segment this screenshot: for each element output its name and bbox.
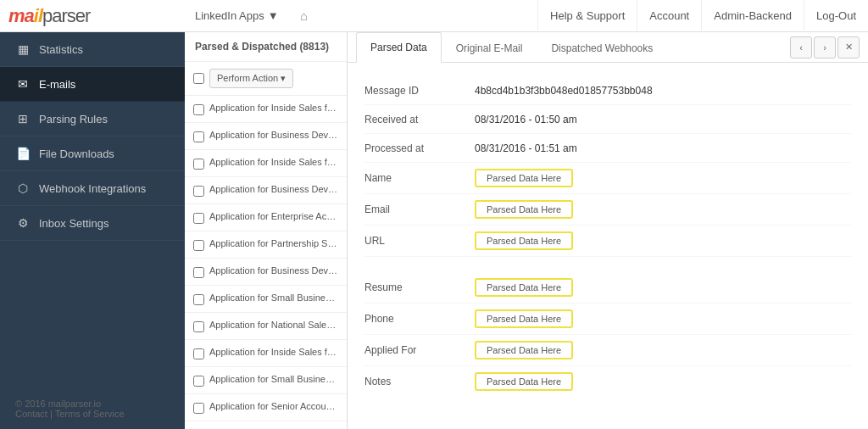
detail-row: EmailParsed Data Here [364,194,851,226]
email-item-text: Application for Business Deve… [209,265,338,276]
email-checkbox[interactable] [193,240,204,251]
parsed-data-badge: Parsed Data Here [475,200,573,219]
logo-parser: parser [42,5,90,27]
logo-mail: mail [8,5,42,27]
copyright-text: © 2016 mailparser.io [15,398,170,409]
sidebar-item-webhook-integrations[interactable]: ⬡ Webhook Integrations [0,171,185,206]
parsing-rules-icon: ⊞ [15,112,31,125]
detail-field-label: URL [364,235,475,247]
detail-content: Message ID4b8cd4b1b3f3bb048ed01857753bb0… [348,63,868,429]
list-item[interactable]: Application for Inside Sales fro… [185,150,347,177]
detail-row: NotesParsed Data Here [364,366,851,397]
help-support-link[interactable]: Help & Support [537,0,637,32]
email-checkbox[interactable] [193,213,204,224]
email-list-header: Parsed & Dispatched (8813) [185,32,347,62]
email-checkbox[interactable] [193,186,204,197]
linkedin-apps-label: LinkedIn Apps [195,9,264,22]
list-item[interactable]: Application for Inside Sales fro… [185,96,347,123]
contact-link[interactable]: Contact [15,409,47,419]
email-item-text: Application for National Sales … [209,320,338,330]
close-button[interactable]: ✕ [837,36,860,58]
list-item[interactable]: Application for Business Deve… [185,123,347,150]
sidebar-item-statistics[interactable]: ▦ Statistics [0,32,185,67]
detail-field-label: Name [364,172,475,184]
detail-field-label: Phone [364,313,475,325]
detail-field-label: Applied For [364,344,475,356]
email-checkbox[interactable] [193,403,204,414]
sidebar-item-file-downloads[interactable]: 📄 File Downloads [0,136,185,171]
detail-spacer [364,257,851,272]
top-nav: mailparser LinkedIn Apps ▼ ⌂ Help & Supp… [0,0,868,32]
parsed-data-badge: Parsed Data Here [475,309,573,328]
parsed-data-badge: Parsed Data Here [475,231,573,250]
detail-field-value: Parsed Data Here [475,372,573,391]
sidebar-item-parsing-rules-label: Parsing Rules [39,113,108,125]
email-checkbox[interactable] [193,159,204,170]
detail-field-value: Parsed Data Here [475,278,573,297]
list-item[interactable]: Application for Small Business… [185,367,347,394]
email-item-text: Application for Inside Sales fro… [209,157,338,167]
email-list-items: Application for Inside Sales fro…Applica… [185,96,347,429]
email-item-text: Application for Inside Sales fro… [209,347,338,357]
tab-dispatched-webhooks[interactable]: Dispatched Webhooks [537,33,667,63]
account-link[interactable]: Account [637,0,701,32]
sidebar-item-file-downloads-label: File Downloads [39,148,114,160]
list-item[interactable]: Application for National Sales … [185,313,347,340]
terms-link[interactable]: Terms of Service [55,409,125,419]
main-layout: ▦ Statistics ✉ E-mails ⊞ Parsing Rules 📄… [0,32,868,429]
email-checkbox[interactable] [193,104,204,115]
list-item[interactable]: Application for Business Deve… [185,177,347,204]
email-checkbox[interactable] [193,131,204,142]
perform-action-button[interactable]: Perform Action ▾ [209,69,293,88]
list-item[interactable]: Application for Business Deve… [185,259,347,286]
detail-row: Received at08/31/2016 - 01:50 am [364,105,851,134]
detail-row: Processed at08/31/2016 - 01:51 am [364,134,851,163]
email-checkbox[interactable] [193,376,204,387]
settings-icon: ⚙ [15,216,31,230]
list-item[interactable]: Application for Inside Sales fro… [185,340,347,367]
content-area: Parsed & Dispatched (8813) Perform Actio… [185,32,868,429]
detail-tabs: Parsed Data Original E-Mail Dispatched W… [348,32,868,63]
detail-field-label: Processed at [364,142,475,154]
detail-field-value: Parsed Data Here [475,309,573,328]
tab-parsed-data[interactable]: Parsed Data [356,32,442,63]
sidebar: ▦ Statistics ✉ E-mails ⊞ Parsing Rules 📄… [0,32,185,429]
admin-backend-link[interactable]: Admin-Backend [701,0,804,32]
linkedin-apps-dropdown[interactable]: LinkedIn Apps ▼ [186,0,287,32]
detail-row: NameParsed Data Here [364,163,851,194]
email-list-toolbar: Perform Action ▾ [185,62,347,96]
detail-field-label: Email [364,203,475,215]
email-checkbox[interactable] [193,321,204,332]
list-item[interactable]: Application for Enterprise Acc… [185,204,347,231]
email-checkbox[interactable] [193,267,204,278]
email-checkbox[interactable] [193,348,204,359]
detail-row: PhoneParsed Data Here [364,304,851,335]
sidebar-item-parsing-rules[interactable]: ⊞ Parsing Rules [0,102,185,136]
list-item[interactable]: Application for Small Business… [185,286,347,313]
email-item-text: Application for Senior Account… [209,401,338,411]
prev-button[interactable]: ‹ [790,36,812,58]
tab-original-email[interactable]: Original E-Mail [442,33,537,63]
select-all-checkbox[interactable] [193,73,204,84]
detail-field-value: 4b8cd4b1b3f3bb048ed01857753bb048 [475,85,653,97]
email-item-text: Application for Partnership Sa… [209,238,338,248]
list-item[interactable]: Application for Senior Account… [185,394,347,421]
sidebar-item-emails[interactable]: ✉ E-mails [0,67,185,102]
email-list-panel: Parsed & Dispatched (8813) Perform Actio… [185,32,348,429]
detail-row: Message ID4b8cd4b1b3f3bb048ed01857753bb0… [364,76,851,105]
parsed-data-badge: Parsed Data Here [475,169,573,187]
logo: mailparser [8,5,119,27]
email-checkbox[interactable] [193,294,204,305]
detail-field-value: Parsed Data Here [475,169,573,187]
list-item[interactable]: Application for Partnership Sa… [185,231,347,259]
next-button[interactable]: › [814,36,836,58]
logout-link[interactable]: Log-Out [804,0,868,32]
detail-row: ResumeParsed Data Here [364,272,851,304]
email-item-text: Application for Inside Sales fro… [209,103,338,113]
sidebar-item-inbox-settings[interactable]: ⚙ Inbox Settings [0,206,185,241]
detail-field-label: Notes [364,376,475,387]
email-item-text: Application for Business Deve… [209,184,338,194]
email-item-text: Application for Small Business… [209,374,338,384]
home-button[interactable]: ⌂ [291,0,318,32]
detail-row: URLParsed Data Here [364,226,851,257]
